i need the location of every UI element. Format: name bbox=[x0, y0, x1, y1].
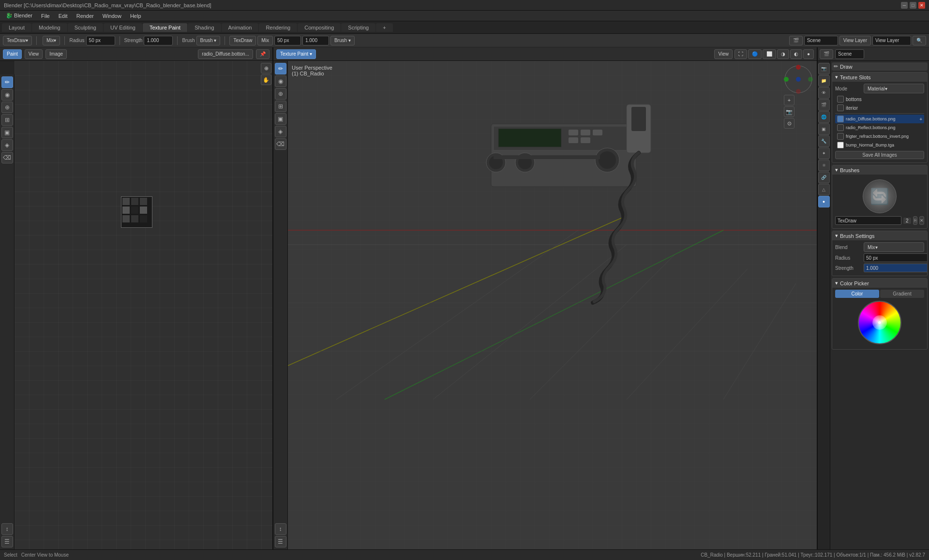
vp-fill-btn[interactable]: ▣ bbox=[275, 113, 286, 125]
menu-edit[interactable]: Edit bbox=[55, 12, 72, 20]
color-wheel[interactable] bbox=[858, 301, 901, 344]
gradient-btn[interactable]: Gradient bbox=[880, 290, 924, 298]
material-props-icon[interactable]: ● bbox=[818, 196, 830, 207]
tex-mix-btn[interactable]: Mix bbox=[257, 36, 273, 45]
tab-animation[interactable]: Animation bbox=[222, 23, 259, 32]
menu-blender[interactable]: 🐉 Blender bbox=[2, 12, 36, 20]
slot-bump[interactable]: bump_Normal_Bump.tga bbox=[835, 141, 924, 149]
menu-window[interactable]: Window bbox=[99, 12, 125, 20]
scene-icon-btn[interactable]: 🎬 bbox=[789, 36, 803, 45]
vp-icon1[interactable]: ⛶ bbox=[734, 49, 747, 59]
view-layer-props-icon[interactable]: 👁 bbox=[818, 87, 830, 99]
vp-mask-btn[interactable]: ◈ bbox=[275, 126, 286, 137]
brushes-header[interactable]: ▾ Brushes bbox=[832, 165, 927, 175]
vp-lock-btn[interactable]: ⊙ bbox=[784, 118, 794, 129]
image-btn[interactable]: Image bbox=[45, 49, 67, 59]
strength-prop-input[interactable] bbox=[864, 264, 928, 272]
slot-radio-reflect[interactable]: radio_Reflect.bottons.png bbox=[835, 123, 924, 132]
menu-help[interactable]: Help bbox=[126, 12, 145, 20]
tab-modeling[interactable]: Modeling bbox=[32, 23, 67, 32]
mode-selector[interactable]: TexDraw ▾ bbox=[3, 36, 32, 45]
brush-name-input[interactable] bbox=[835, 216, 901, 225]
radius2-input[interactable] bbox=[274, 36, 301, 45]
tab-add[interactable]: + bbox=[376, 23, 392, 32]
slot-bottons[interactable]: bottons bbox=[835, 95, 924, 103]
maximize-button[interactable]: □ bbox=[910, 2, 916, 9]
fill-tool-btn[interactable]: ▣ bbox=[1, 127, 13, 138]
save-all-images-btn[interactable]: Save All Images bbox=[835, 151, 924, 159]
brush-del-btn[interactable]: ✕ bbox=[919, 216, 924, 225]
vp-camera-btn[interactable]: 📷 bbox=[784, 106, 794, 117]
vp-extra-btn[interactable]: ↕ bbox=[275, 523, 286, 535]
strength-input[interactable] bbox=[144, 36, 173, 45]
vp-soften-btn[interactable]: ◉ bbox=[275, 75, 286, 87]
menu-render[interactable]: Render bbox=[73, 12, 98, 20]
object-props-icon[interactable]: ▣ bbox=[818, 123, 830, 135]
vp-zoom-btn[interactable]: + bbox=[784, 95, 794, 105]
tab-shading[interactable]: Shading bbox=[188, 23, 221, 32]
tab-scripting[interactable]: Scripting bbox=[341, 23, 375, 32]
viewport-view-btn[interactable]: View bbox=[714, 49, 733, 59]
tab-rendering[interactable]: Rendering bbox=[259, 23, 297, 32]
color-btn[interactable]: Color bbox=[835, 290, 879, 298]
radius-input[interactable] bbox=[86, 36, 115, 45]
brush2-btn[interactable]: Brush ▾ bbox=[330, 36, 355, 45]
slot-add-btn[interactable]: + bbox=[919, 117, 922, 122]
uv-extra-btn[interactable]: ↕ bbox=[1, 523, 13, 535]
vp-erase-btn[interactable]: ⌫ bbox=[275, 138, 286, 150]
uv-extra2-btn[interactable]: ☰ bbox=[1, 536, 13, 547]
slot-iterior[interactable]: iterior bbox=[835, 103, 924, 112]
view-layer-input[interactable] bbox=[872, 36, 911, 45]
particle-props-icon[interactable]: ✦ bbox=[818, 147, 830, 159]
scene-name-input[interactable] bbox=[835, 49, 864, 59]
scene-input[interactable] bbox=[804, 36, 838, 45]
vp-icon5[interactable]: ◐ bbox=[790, 49, 802, 59]
radius-prop-input[interactable] bbox=[864, 253, 928, 262]
soften-tool-btn[interactable]: ◉ bbox=[1, 89, 13, 101]
mode-value-btn[interactable]: Material ▾ bbox=[864, 84, 924, 93]
tab-texture-paint[interactable]: Texture Paint bbox=[143, 23, 187, 32]
slot-frigter[interactable]: frigter_refract.bottons_invert.png bbox=[835, 132, 924, 141]
constraint-props-icon[interactable]: 🔗 bbox=[818, 172, 830, 183]
paint-btn[interactable]: Paint bbox=[3, 49, 22, 59]
color-picker-header[interactable]: ▾ Color Picker bbox=[832, 279, 927, 288]
brush-selector[interactable]: Brush ▾ bbox=[196, 36, 221, 45]
texture-slots-header[interactable]: ▾ Texture Slots bbox=[832, 73, 927, 82]
render-props-icon[interactable]: 📷 bbox=[818, 63, 830, 74]
uv-grab-icon[interactable]: ✋ bbox=[261, 74, 271, 85]
tab-layout[interactable]: Layout bbox=[2, 23, 31, 32]
view-layer-btn[interactable]: View Layer bbox=[839, 36, 871, 45]
vp-extra2-btn[interactable]: ☰ bbox=[275, 536, 286, 547]
vp-icon3[interactable]: ⬜ bbox=[763, 49, 776, 59]
view-btn[interactable]: View bbox=[25, 49, 43, 59]
close-button[interactable]: ✕ bbox=[918, 2, 925, 9]
clone-tool-btn[interactable]: ⊞ bbox=[1, 114, 13, 126]
smear-tool-btn[interactable]: ⊕ bbox=[1, 102, 13, 113]
blend-prop-btn[interactable]: Mix ▾ bbox=[864, 242, 924, 252]
world-props-icon[interactable]: 🌐 bbox=[818, 111, 830, 123]
vp-clone-btn[interactable]: ⊞ bbox=[275, 101, 286, 112]
vp-icon6[interactable]: ● bbox=[803, 49, 814, 59]
vp-icon4[interactable]: ◑ bbox=[777, 49, 789, 59]
uv-zoom-icon[interactable]: ⊕ bbox=[261, 63, 271, 74]
tex-draw-btn[interactable]: TexDraw bbox=[229, 36, 256, 45]
vp-smear-btn[interactable]: ⊕ bbox=[275, 88, 286, 100]
mask-tool-btn[interactable]: ◈ bbox=[1, 139, 13, 151]
brush-settings-header[interactable]: ▾ Brush Settings bbox=[832, 231, 927, 240]
tab-sculpting[interactable]: Sculpting bbox=[68, 23, 103, 32]
color-dot[interactable] bbox=[878, 321, 882, 324]
modifier-props-icon[interactable]: 🔧 bbox=[818, 135, 830, 147]
tab-uv-editing[interactable]: UV Editing bbox=[104, 23, 142, 32]
uv-pin-btn[interactable]: 📌 bbox=[256, 49, 270, 59]
texture-paint-mode-btn[interactable]: Texture Paint ▾ bbox=[276, 49, 316, 59]
draw-tool-btn[interactable]: ✏ bbox=[1, 76, 13, 88]
slot-radio-diffuse[interactable]: radio_Diffuse.bottons.png + bbox=[835, 115, 924, 123]
erase-tool-btn[interactable]: ⌫ bbox=[1, 152, 13, 163]
data-props-icon[interactable]: △ bbox=[818, 184, 830, 195]
strength2-input[interactable] bbox=[302, 36, 329, 45]
tab-compositing[interactable]: Compositing bbox=[298, 23, 341, 32]
menu-file[interactable]: File bbox=[37, 12, 54, 20]
output-props-icon[interactable]: 📁 bbox=[818, 75, 830, 87]
vp-draw-btn[interactable]: ✏ bbox=[275, 63, 286, 74]
scene-selector[interactable]: 🎬 bbox=[820, 49, 833, 59]
